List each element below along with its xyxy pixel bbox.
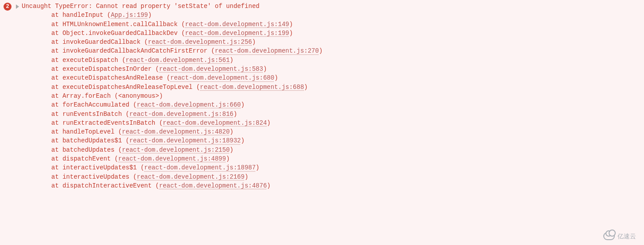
frame-function: handleTopLevel (62, 128, 118, 135)
paren-close: ) (289, 21, 293, 28)
at-label: at (51, 173, 62, 180)
frame-source-link[interactable]: App.js:199 (111, 11, 148, 19)
at-label: at (51, 128, 62, 135)
paren-close: ) (148, 11, 151, 19)
frame-function: invokeGuardedCallback (62, 38, 144, 46)
stack-frame: at batchedUpdates (react-dom.development… (51, 145, 640, 154)
stack-frame: at forEachAccumulated (react-dom.develop… (51, 100, 640, 109)
at-label: at (51, 146, 62, 153)
stack-frame: at invokeGuardedCallbackAndCatchFirstErr… (51, 46, 640, 55)
frame-function: handleInput (62, 11, 107, 19)
expand-toggle-icon[interactable] (16, 4, 19, 9)
at-label: at (51, 84, 62, 91)
paren-close: ) (319, 47, 322, 54)
watermark-text: 亿速云 (617, 232, 636, 241)
stack-frame: at executeDispatchesAndReleaseTopLevel (… (51, 83, 640, 92)
paren-close: ) (256, 164, 259, 171)
at-label: at (51, 101, 62, 108)
paren-close: ) (241, 101, 245, 108)
stack-frame: at dispatchEvent (react-dom.development.… (51, 154, 640, 163)
frame-source-link[interactable]: react-dom.development.js:18932 (129, 137, 241, 144)
stack-frame: at executeDispatchesAndRelease (react-do… (51, 73, 640, 82)
stack-frame: at HTMLUnknownElement.callCallback (reac… (51, 20, 640, 29)
frame-source-link[interactable]: react-dom.development.js:688 (200, 84, 304, 91)
frame-source-link[interactable]: react-dom.development.js:149 (185, 21, 289, 28)
frame-source-link[interactable]: react-dom.development.js:2169 (137, 173, 245, 180)
error-count-badge: 2 (4, 3, 12, 11)
paren-open: ( (118, 146, 122, 153)
at-label: at (51, 30, 62, 37)
stack-frame: at runExtractedEventsInBatch (react-dom.… (51, 119, 640, 127)
frame-function: invokeGuardedCallbackAndCatchFirstError (62, 47, 211, 54)
stack-trace: at handleInput (App.js:199)at HTMLUnknow… (4, 11, 640, 190)
paren-close: ) (289, 30, 293, 37)
paren-open: ( (211, 47, 215, 54)
frame-source-link[interactable]: react-dom.development.js:4876 (159, 182, 267, 189)
paren-open: ( (133, 173, 137, 180)
stack-frame: at interactiveUpdates (react-dom.develop… (51, 172, 640, 181)
frame-source-link[interactable]: react-dom.development.js:2150 (122, 146, 230, 153)
frame-source-link[interactable]: react-dom.development.js:680 (170, 74, 274, 81)
stack-frame: at runEventsInBatch (react-dom.developme… (51, 110, 640, 119)
at-label: at (51, 11, 62, 19)
frame-function: forEachAccumulated (62, 101, 133, 108)
at-label: at (51, 47, 62, 54)
frame-function: runExtractedEventsInBatch (62, 119, 159, 126)
frame-source-link[interactable]: react-dom.development.js:199 (185, 30, 289, 37)
paren-close: ) (159, 92, 163, 100)
paren-open: ( (122, 57, 126, 64)
frame-function: executeDispatchesAndRelease (62, 74, 166, 81)
paren-close: ) (263, 65, 267, 73)
frame-function: interactiveUpdates (62, 173, 133, 180)
cloud-icon (603, 232, 615, 240)
frame-source-link[interactable]: react-dom.development.js:583 (159, 65, 263, 73)
at-label: at (51, 164, 62, 171)
at-label: at (51, 137, 62, 144)
at-label: at (51, 57, 62, 64)
paren-close: ) (230, 146, 233, 153)
frame-source-link[interactable]: react-dom.development.js:4899 (118, 155, 226, 162)
frame-function: dispatchInteractiveEvent (62, 182, 155, 189)
frame-source-link[interactable]: react-dom.development.js:256 (148, 38, 252, 46)
frame-function: executeDispatchesAndReleaseTopLevel (62, 84, 196, 91)
paren-close: ) (226, 155, 230, 162)
frame-function: dispatchEvent (62, 155, 115, 162)
paren-close: ) (274, 74, 278, 81)
stack-frame: at Array.forEach (<anonymous>) (51, 92, 640, 100)
stack-frame: at dispatchInteractiveEvent (react-dom.d… (51, 181, 640, 190)
paren-open: ( (141, 164, 144, 171)
at-label: at (51, 111, 62, 118)
paren-open: ( (196, 84, 200, 91)
frame-source-link[interactable]: react-dom.development.js:270 (215, 47, 319, 54)
frame-source-link[interactable]: react-dom.development.js:660 (137, 101, 241, 108)
paren-open: ( (115, 155, 118, 162)
stack-frame: at executeDispatch (react-dom.developmen… (51, 56, 640, 65)
frame-function: interactiveUpdates$1 (62, 164, 140, 171)
frame-source-link[interactable]: react-dom.development.js:824 (163, 119, 267, 126)
stack-frame: at invokeGuardedCallback (react-dom.deve… (51, 38, 640, 46)
stack-frame: at handleInput (App.js:199) (51, 11, 640, 19)
paren-close: ) (245, 173, 248, 180)
frame-function: executeDispatchesInOrder (62, 65, 155, 73)
stack-frame: at handleTopLevel (react-dom.development… (51, 127, 640, 136)
frame-source-link[interactable]: react-dom.development.js:816 (129, 111, 233, 118)
paren-open: ( (166, 74, 170, 81)
paren-open: ( (155, 182, 159, 189)
frame-source-link[interactable]: react-dom.development.js:18987 (144, 164, 256, 171)
frame-source-link[interactable]: react-dom.development.js:561 (126, 57, 230, 64)
frame-function: runEventsInBatch (62, 111, 126, 118)
at-label: at (51, 182, 62, 189)
paren-close: ) (234, 111, 237, 118)
at-label: at (51, 65, 62, 73)
paren-open: ( (155, 65, 159, 73)
paren-close: ) (267, 119, 270, 126)
paren-close: ) (230, 57, 233, 64)
paren-open: ( (118, 128, 122, 135)
paren-open: ( (159, 119, 163, 126)
paren-close: ) (241, 137, 245, 144)
stack-frame: at executeDispatchesInOrder (react-dom.d… (51, 65, 640, 73)
paren-open: ( (115, 92, 118, 100)
frame-source-anonymous: <anonymous> (118, 92, 159, 100)
frame-source-link[interactable]: react-dom.development.js:4820 (122, 128, 230, 135)
at-label: at (51, 155, 62, 162)
